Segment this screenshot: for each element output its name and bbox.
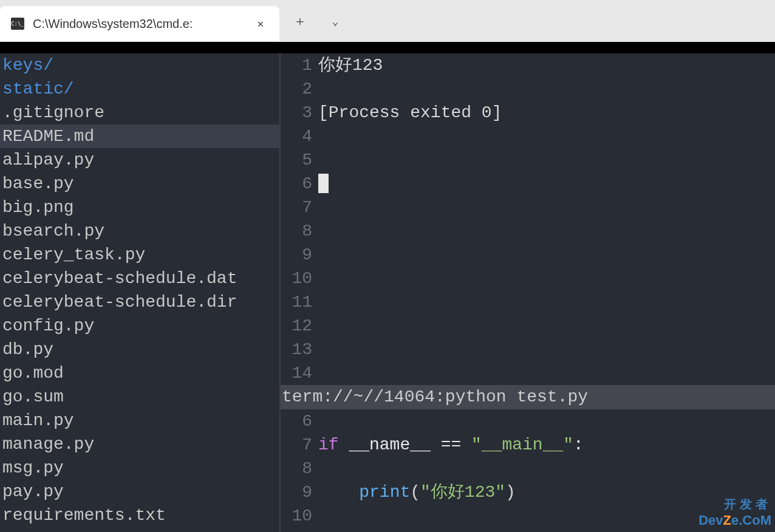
code-line: 9 print("你好123") xyxy=(281,480,775,504)
file-tree-item[interactable]: static/ xyxy=(0,77,279,101)
file-tree-item[interactable]: requirements.txt xyxy=(0,503,279,527)
terminal-line: 12 xyxy=(281,314,775,338)
line-number: 5 xyxy=(281,148,318,172)
cmd-icon xyxy=(11,18,24,30)
line-number: 7 xyxy=(281,433,318,457)
tab-cmd[interactable]: C:\Windows\system32\cmd.e: ✕ xyxy=(0,6,279,41)
terminal-line: 13 xyxy=(281,338,775,361)
file-tree-item[interactable]: go.sum xyxy=(0,385,279,409)
code-line: 8 xyxy=(281,457,775,480)
terminal-line: 6 xyxy=(281,172,775,196)
line-number: 7 xyxy=(281,196,318,219)
file-tree-item[interactable]: README.md xyxy=(0,124,279,148)
terminal-statusline: term://~//14064:python test.py xyxy=(281,385,775,409)
new-tab-button[interactable]: ＋ xyxy=(284,5,316,37)
line-number: 6 xyxy=(281,409,318,433)
tab-title: C:\Windows\system32\cmd.e: xyxy=(33,17,249,31)
code-line: 10 xyxy=(281,504,775,528)
line-number: 10 xyxy=(281,504,318,528)
line-number: 4 xyxy=(281,124,318,148)
file-tree-item[interactable]: celerybeat-schedule.dir xyxy=(0,290,279,314)
file-tree-item[interactable]: go.mod xyxy=(0,361,279,385)
line-text: if __name__ == "__main__": xyxy=(318,433,584,457)
file-tree-item[interactable]: config.py xyxy=(0,314,279,338)
file-tree-item[interactable]: celerybeat-schedule.dat xyxy=(0,267,279,290)
tab-dropdown-button[interactable]: ⌄ xyxy=(319,5,351,37)
file-tree-item[interactable]: bsearch.py xyxy=(0,219,279,243)
line-number: 9 xyxy=(281,243,318,267)
terminal-line: 3[Process exited 0] xyxy=(281,101,775,124)
divider xyxy=(0,43,775,53)
line-text: 你好123 xyxy=(318,53,383,77)
terminal-line: 9 xyxy=(281,243,775,267)
main-area: keys/static/.gitignoreREADME.mdalipay.py… xyxy=(0,53,775,532)
close-icon[interactable]: ✕ xyxy=(249,12,272,35)
line-number: 14 xyxy=(281,361,318,385)
file-tree[interactable]: keys/static/.gitignoreREADME.mdalipay.py… xyxy=(0,53,281,532)
editor-column: 1你好12323[Process exited 0]45678910111213… xyxy=(281,53,775,532)
line-number: 9 xyxy=(281,480,318,504)
file-tree-item[interactable]: db.py xyxy=(0,338,279,361)
line-number: 10 xyxy=(281,267,318,290)
line-number: 3 xyxy=(281,101,318,124)
file-tree-item[interactable]: pay.py xyxy=(0,480,279,503)
terminal-line: 2 xyxy=(281,77,775,101)
line-number: 13 xyxy=(281,338,318,361)
file-tree-item[interactable]: msg.py xyxy=(0,456,279,480)
tab-actions: ＋ ⌄ xyxy=(279,0,351,42)
editor-pane[interactable]: 67if __name__ == "__main__":89 print("你好… xyxy=(281,409,775,528)
line-number: 11 xyxy=(281,290,318,314)
terminal-line: 4 xyxy=(281,124,775,148)
terminal-line: 5 xyxy=(281,148,775,172)
file-tree-item[interactable]: big.png xyxy=(0,196,279,219)
cursor xyxy=(318,174,329,193)
terminal-line: 7 xyxy=(281,196,775,219)
window-titlebar: C:\Windows\system32\cmd.e: ✕ ＋ ⌄ xyxy=(0,0,775,43)
code-line: 6 xyxy=(281,409,775,433)
line-text xyxy=(318,172,329,196)
line-number: 2 xyxy=(281,77,318,101)
line-number: 8 xyxy=(281,457,318,480)
line-number: 6 xyxy=(281,172,318,196)
file-tree-item[interactable]: celery_task.py xyxy=(0,243,279,267)
file-tree-item[interactable]: main.py xyxy=(0,409,279,432)
line-number: 8 xyxy=(281,219,318,243)
line-text: print("你好123") xyxy=(318,480,516,504)
line-number: 12 xyxy=(281,314,318,338)
file-tree-item[interactable]: keys/ xyxy=(0,53,279,77)
terminal-pane[interactable]: 1你好12323[Process exited 0]45678910111213… xyxy=(281,53,775,409)
line-text: [Process exited 0] xyxy=(318,101,502,124)
file-tree-item[interactable]: manage.py xyxy=(0,432,279,456)
file-tree-item[interactable]: alipay.py xyxy=(0,148,279,172)
file-tree-item[interactable]: .gitignore xyxy=(0,101,279,124)
terminal-line: 10 xyxy=(281,267,775,290)
terminal-line: 14 xyxy=(281,361,775,385)
terminal-line: 8 xyxy=(281,219,775,243)
code-line: 7if __name__ == "__main__": xyxy=(281,433,775,457)
file-tree-item[interactable]: base.py xyxy=(0,172,279,196)
terminal-line: 1你好123 xyxy=(281,53,775,77)
line-number: 1 xyxy=(281,53,318,77)
terminal-line: 11 xyxy=(281,290,775,314)
